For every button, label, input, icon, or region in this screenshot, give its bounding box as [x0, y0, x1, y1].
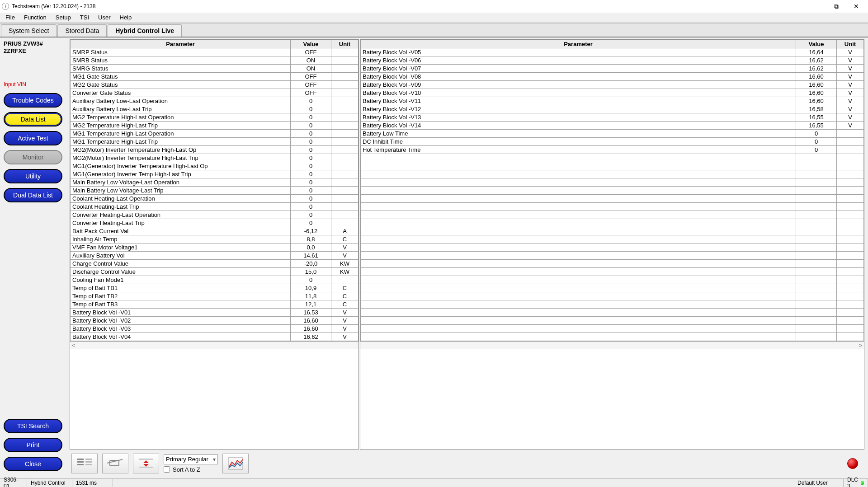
- table-row[interactable]: Converter Heating-Last Trip0: [71, 219, 359, 227]
- utility-button[interactable]: Utility: [4, 169, 62, 183]
- horizontal-scrollbar-right[interactable]: >: [360, 341, 864, 349]
- svg-rect-4: [85, 461, 92, 463]
- table-row[interactable]: MG1(Generator) Inverter Temperature High…: [71, 162, 359, 170]
- menu-tsi[interactable]: TSI: [75, 13, 94, 22]
- table-row[interactable]: Battery Block Vol -V1116,60V: [361, 97, 864, 105]
- menu-help[interactable]: Help: [115, 13, 137, 22]
- close-window-button[interactable]: ✕: [846, 0, 866, 13]
- table-row[interactable]: MG2(Motor) Inverter Temperature High-Las…: [71, 154, 359, 162]
- table-row[interactable]: Converter Gate StatusOFF: [71, 89, 359, 97]
- table-row[interactable]: MG1 Gate StatusOFF: [71, 73, 359, 81]
- table-row[interactable]: SMRB StatusON: [71, 56, 359, 65]
- data-grid-left[interactable]: Parameter Value Unit SMRP StatusOFFSMRB …: [70, 39, 359, 450]
- table-row[interactable]: Coolant Heating-Last Operation0: [71, 195, 359, 203]
- table-row[interactable]: Batt Pack Current Val-6,12A: [71, 227, 359, 235]
- table-row[interactable]: Coolant Heating-Last Trip0: [71, 203, 359, 211]
- col-header-parameter[interactable]: Parameter: [71, 40, 291, 48]
- tab-hybrid-control-live[interactable]: Hybrid Control Live: [108, 24, 182, 37]
- cell-parameter: Auxiliary Battery Vol: [71, 252, 291, 260]
- table-row[interactable]: Battery Block Vol -V1416,55V: [361, 122, 864, 130]
- minimize-button[interactable]: –: [807, 0, 826, 13]
- input-vin-link[interactable]: Input VIN: [4, 81, 64, 88]
- table-row[interactable]: MG2 Temperature High-Last Trip0: [71, 122, 359, 130]
- table-row[interactable]: Converter Heating-Last Operation0: [71, 211, 359, 219]
- table-row[interactable]: Auxiliary Battery Vol14,61V: [71, 252, 359, 260]
- data-list-button[interactable]: Data List: [4, 112, 62, 126]
- cell-unit: V: [837, 73, 864, 81]
- table-row[interactable]: VMF Fan Motor Voltage10,0V: [71, 244, 359, 252]
- maximize-button[interactable]: ⧉: [826, 0, 846, 13]
- table-row[interactable]: Battery Block Vol -V0116,53V: [71, 309, 359, 317]
- cell-parameter: MG1 Gate Status: [71, 73, 291, 81]
- table-row[interactable]: Battery Block Vol -V0516,64V: [361, 48, 864, 56]
- table-row[interactable]: Temp of Batt TB312,1C: [71, 300, 359, 309]
- connector-view-button[interactable]: [102, 454, 128, 473]
- horizontal-scrollbar-left[interactable]: <: [70, 341, 359, 349]
- cell-parameter: Coolant Heating-Last Trip: [71, 203, 291, 211]
- table-row[interactable]: MG1 Temperature High-Last Operation0: [71, 130, 359, 138]
- table-row[interactable]: MG1 Temperature High-Last Trip0: [71, 138, 359, 146]
- menu-file[interactable]: File: [1, 13, 19, 22]
- table-row[interactable]: Auxiliary Battery Low-Last Operation0: [71, 97, 359, 105]
- table-row[interactable]: Hot Temperature Time0: [361, 146, 864, 154]
- table-row-empty: [361, 244, 864, 252]
- dual-data-list-button[interactable]: Dual Data List: [4, 188, 62, 202]
- tab-stored-data[interactable]: Stored Data: [57, 24, 107, 37]
- cell-parameter: Converter Heating-Last Operation: [71, 211, 291, 219]
- col-header-unit[interactable]: Unit: [331, 40, 359, 48]
- tab-system-select[interactable]: System Select: [1, 24, 57, 37]
- table-row[interactable]: Temp of Batt TB110,9C: [71, 284, 359, 292]
- table-row[interactable]: Auxiliary Battery Low-Last Trip0: [71, 105, 359, 113]
- table-row[interactable]: MG2 Gate StatusOFF: [71, 81, 359, 89]
- col-header-parameter[interactable]: Parameter: [361, 40, 796, 48]
- menu-function[interactable]: Function: [19, 13, 51, 22]
- table-row[interactable]: Battery Block Vol -V0916,60V: [361, 81, 864, 89]
- col-header-unit[interactable]: Unit: [837, 40, 864, 48]
- table-row[interactable]: MG2 Temperature High-Last Operation0: [71, 113, 359, 122]
- cell-value: 16,62: [796, 56, 837, 65]
- expand-collapse-button[interactable]: [133, 454, 159, 473]
- tsi-search-button[interactable]: TSI Search: [4, 419, 62, 433]
- table-row[interactable]: SMRG StatusON: [71, 65, 359, 73]
- sort-a-to-z-checkbox[interactable]: Sort A to Z: [164, 466, 218, 473]
- table-row[interactable]: Main Battery Low Voltage-Last Operation0: [71, 178, 359, 187]
- print-button[interactable]: Print: [4, 438, 62, 452]
- active-test-button[interactable]: Active Test: [4, 131, 62, 145]
- col-header-value[interactable]: Value: [291, 40, 331, 48]
- table-row[interactable]: Cooling Fan Mode10: [71, 276, 359, 284]
- col-header-value[interactable]: Value: [796, 40, 837, 48]
- graph-view-button[interactable]: [222, 454, 249, 473]
- table-row[interactable]: MG2(Motor) Inverter Temperature High-Las…: [71, 146, 359, 154]
- table-row[interactable]: Main Battery Low Voltage-Last Trip0: [71, 187, 359, 195]
- table-row[interactable]: Battery Block Vol -V0716,62V: [361, 65, 864, 73]
- table-row[interactable]: Battery Block Vol -V1316,55V: [361, 113, 864, 122]
- cell-unit: V: [331, 309, 359, 317]
- menu-user[interactable]: User: [94, 13, 115, 22]
- table-row[interactable]: Battery Block Vol -V0816,60V: [361, 73, 864, 81]
- sort-a-to-z-input[interactable]: [164, 466, 170, 473]
- table-row[interactable]: Battery Block Vol -V0216,60V: [71, 317, 359, 325]
- record-indicator[interactable]: [847, 458, 858, 469]
- table-row[interactable]: MG1(Generator) Inverter Temp High-Last T…: [71, 170, 359, 178]
- table-row[interactable]: Battery Block Vol -V1216,58V: [361, 105, 864, 113]
- table-row[interactable]: Battery Block Vol -V1016,60V: [361, 89, 864, 97]
- table-row[interactable]: Temp of Batt TB211,8C: [71, 292, 359, 300]
- monitor-button[interactable]: Monitor: [4, 150, 62, 164]
- menu-setup[interactable]: Setup: [51, 13, 75, 22]
- table-row[interactable]: DC Inhibit Time0: [361, 138, 864, 146]
- table-row[interactable]: Inhaling Air Temp8,8C: [71, 235, 359, 244]
- close-button[interactable]: Close: [4, 457, 62, 471]
- table-row[interactable]: Charge Control Value-20,0KW: [71, 260, 359, 268]
- table-row[interactable]: Battery Block Vol -V0416,62V: [71, 333, 359, 341]
- data-grid-right[interactable]: Parameter Value Unit Battery Block Vol -…: [360, 39, 864, 450]
- cell-unit: [331, 105, 359, 113]
- trouble-codes-button[interactable]: Trouble Codes: [4, 93, 62, 108]
- table-row[interactable]: SMRP StatusOFF: [71, 48, 359, 56]
- cell-parameter: Battery Block Vol -V12: [361, 105, 796, 113]
- parameter-select-button[interactable]: [71, 454, 98, 473]
- table-row[interactable]: Battery Low Time0: [361, 130, 864, 138]
- table-row[interactable]: Battery Block Vol -V0316,60V: [71, 325, 359, 333]
- table-row[interactable]: Battery Block Vol -V0616,62V: [361, 56, 864, 65]
- table-row[interactable]: Discharge Control Value15,0KW: [71, 268, 359, 276]
- data-mode-select[interactable]: Primary Regular: [164, 454, 218, 464]
